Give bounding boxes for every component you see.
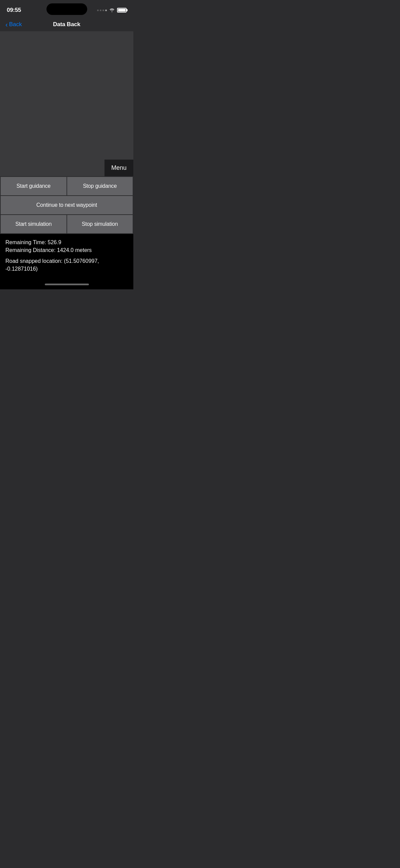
start-guidance-button[interactable]: Start guidance xyxy=(1,177,66,195)
road-snapped-location: Road snapped location: (51.50760997, -0.… xyxy=(5,257,128,273)
location-info-block: Road snapped location: (51.50760997, -0.… xyxy=(5,257,128,273)
remaining-info-block: Remaining Time: 526.9 Remaining Distance… xyxy=(5,239,128,254)
menu-button[interactable]: Menu xyxy=(104,160,133,176)
status-icons xyxy=(97,8,127,13)
bottom-panel: Start guidance Stop guidance Continue to… xyxy=(0,176,133,289)
stop-guidance-button[interactable]: Stop guidance xyxy=(67,177,133,195)
home-bar xyxy=(45,284,89,285)
back-label: Back xyxy=(9,21,22,28)
nav-title: Data Back xyxy=(53,21,80,28)
status-bar: 09:55 xyxy=(0,0,133,18)
back-chevron-icon: ‹ xyxy=(5,21,8,28)
remaining-distance: Remaining Distance: 1424.0 meters xyxy=(5,247,128,254)
start-simulation-button[interactable]: Start simulation xyxy=(1,215,66,233)
remaining-time: Remaining Time: 526.9 xyxy=(5,239,128,246)
stop-simulation-button[interactable]: Stop simulation xyxy=(67,215,133,233)
nav-bar: ‹ Back Data Back xyxy=(0,18,133,32)
status-time: 09:55 xyxy=(7,7,21,14)
wifi-icon xyxy=(109,8,115,13)
signal-icon xyxy=(97,10,107,11)
continue-waypoint-button[interactable]: Continue to next waypoint xyxy=(1,196,133,214)
button-grid: Start guidance Stop guidance Continue to… xyxy=(0,176,133,234)
back-button[interactable]: ‹ Back xyxy=(5,21,22,28)
map-area: Menu xyxy=(0,32,133,176)
info-panel: Remaining Time: 526.9 Remaining Distance… xyxy=(0,234,133,281)
home-indicator xyxy=(0,281,133,289)
notch xyxy=(46,3,87,15)
battery-icon xyxy=(117,8,127,13)
